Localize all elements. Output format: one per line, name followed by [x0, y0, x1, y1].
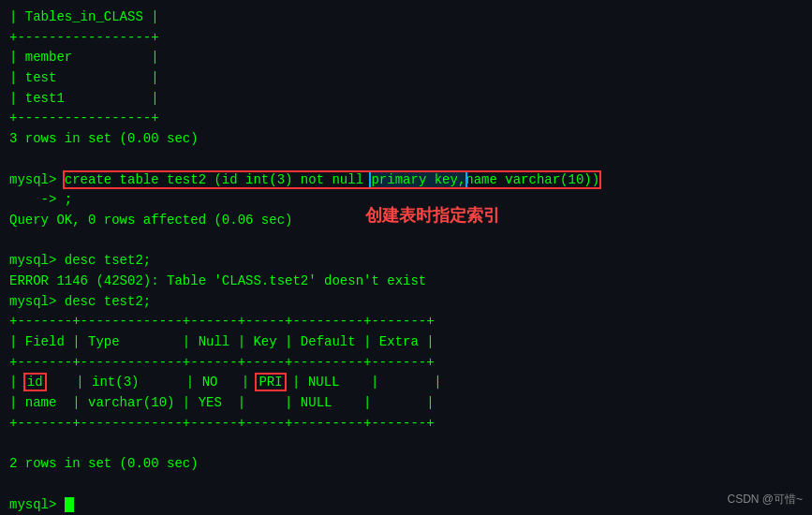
mysql-prompt: mysql> [9, 495, 803, 516]
rows-count-2: 2 rows in set (0.00 sec) [9, 454, 803, 475]
member-row: | member | [9, 48, 803, 68]
create-table-highlight: create table test2 (id int(3) not null p… [65, 172, 599, 187]
desc-header: | Field | Type | Null | Key | Default | … [9, 332, 803, 353]
test-row: | test | [9, 68, 803, 89]
desc-tset2-command: mysql> desc tset2; [9, 251, 803, 272]
create-table-command: mysql> create table test2 (id int(3) not… [9, 170, 803, 191]
id-field-highlight: id [25, 375, 45, 390]
watermark: CSDN @可惜~ [727, 492, 803, 508]
annotation-text: 创建表时指定索引 [365, 204, 500, 227]
rows-count-1: 3 rows in set (0.00 sec) [9, 129, 803, 150]
primary-key-highlight: primary key, [371, 172, 465, 187]
separator-line-1: +-----------------+ [9, 28, 803, 49]
test1-row: | test1 | [9, 89, 803, 110]
empty-line-1 [9, 150, 803, 170]
name-row: | name | varchar(10) | YES | | NULL | | [9, 393, 803, 414]
pri-key-highlight: PRI [257, 375, 284, 390]
desc-separator-2: +-------+-------------+------+-----+----… [9, 353, 803, 374]
empty-line-2 [9, 231, 803, 252]
terminal-cursor [65, 497, 74, 512]
terminal-window: | Tables_in_CLASS | +-----------------+ … [0, 0, 812, 515]
separator-line-2: +-----------------+ [9, 109, 803, 129]
desc-separator-3: +-------+-------------+------+-----+----… [9, 414, 803, 434]
empty-line-4 [9, 475, 803, 495]
desc-separator-1: +-------+-------------+------+-----+----… [9, 312, 803, 332]
id-row: | id | int(3) | NO | PRI | NULL | | [9, 373, 803, 393]
table-header-line: | Tables_in_CLASS | [9, 7, 803, 28]
desc-test2-command: mysql> desc test2; [9, 292, 803, 313]
empty-line-3 [9, 434, 803, 454]
error-line: ERROR 1146 (42S02): Table 'CLASS.tset2' … [9, 272, 803, 292]
